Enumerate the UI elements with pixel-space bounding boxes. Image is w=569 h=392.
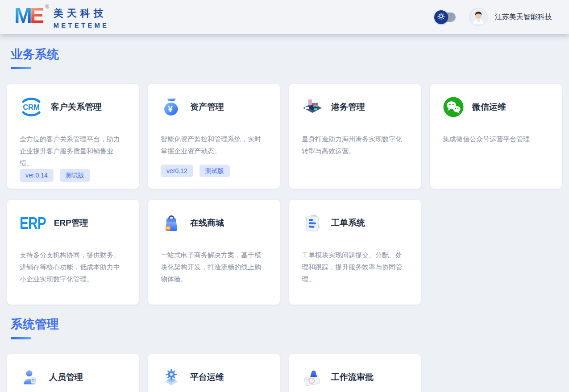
card-title: 平台运维 bbox=[190, 371, 224, 383]
card-description: 集成微信公众号运营平台管理 bbox=[443, 133, 549, 145]
port-icon bbox=[302, 95, 323, 119]
logo-name-en: METETEME bbox=[54, 22, 109, 29]
logo-letter-e: E bbox=[30, 5, 44, 26]
wechat-icon bbox=[443, 95, 464, 119]
person-icon bbox=[20, 366, 41, 389]
documents-icon bbox=[302, 211, 323, 235]
card-badges: ver0.12测试版 bbox=[161, 165, 267, 177]
section-title-system: 系统管理 bbox=[11, 317, 562, 331]
logo-wordmark: 美天科技 METETEME bbox=[54, 7, 109, 29]
app-card[interactable]: 微信运维 集成微信公众号运营平台管理 bbox=[430, 84, 562, 189]
card-divider bbox=[443, 125, 549, 125]
registered-trademark-symbol: ® bbox=[45, 4, 49, 9]
logo-letter-m: M bbox=[14, 5, 32, 26]
card-header: 人员管理 bbox=[20, 366, 126, 389]
user-avatar[interactable] bbox=[469, 8, 488, 26]
stamp-icon bbox=[302, 366, 323, 389]
card-title: 资产管理 bbox=[190, 101, 224, 113]
crm-icon: CRM bbox=[20, 95, 43, 119]
svg-text:CRM: CRM bbox=[23, 103, 40, 111]
app-card[interactable]: CRM 客户关系管理 全方位的客户关系管理平台，助力企业提升客户服务质量和销售业… bbox=[7, 84, 139, 189]
system-cards-grid: 人员管理 平台运维 工作流审 bbox=[7, 354, 562, 392]
card-title: 工作流审批 bbox=[331, 371, 374, 383]
card-header: 工单系统 bbox=[302, 211, 408, 235]
card-title: 在线商城 bbox=[190, 217, 224, 229]
logo-me-mark: M E ® bbox=[14, 5, 49, 26]
card-title: 工单系统 bbox=[331, 217, 365, 229]
section-system-management: 系统管理 人员管理 平台运维 bbox=[7, 317, 562, 392]
card-description: 支持多分支机构协同，提供财务、进销存等核心功能，低成本助力中小企业实现数字化管理… bbox=[20, 249, 126, 285]
card-title: 人员管理 bbox=[49, 371, 83, 383]
app-card[interactable]: 港务管理 量身打造助力海州港务实现数字化转型与高效运营。 bbox=[289, 84, 421, 189]
card-description: 全方位的客户关系管理平台，助力企业提升客户服务质量和销售业绩。 bbox=[20, 133, 126, 169]
money-bag-icon: ¥ bbox=[161, 95, 182, 119]
card-divider bbox=[302, 125, 408, 125]
card-description: 智能化资产监控和管理系统，实时掌握企业资产动态。 bbox=[161, 133, 267, 157]
app-card[interactable]: 工作流审批 bbox=[289, 354, 421, 392]
app-card[interactable]: ERP ERP管理 支持多分支机构协同，提供财务、进销存等核心功能，低成本助力中… bbox=[7, 200, 139, 305]
card-title: 微信运维 bbox=[472, 101, 506, 113]
app-card[interactable]: 人员管理 bbox=[7, 354, 139, 392]
card-header: 微信运维 bbox=[443, 95, 549, 119]
version-badge: 测试版 bbox=[60, 169, 90, 182]
card-header: 港务管理 bbox=[302, 95, 408, 119]
erp-text-icon: ERP bbox=[20, 211, 46, 235]
card-divider bbox=[20, 125, 126, 125]
business-cards-grid: CRM 客户关系管理 全方位的客户关系管理平台，助力企业提升客户服务质量和销售业… bbox=[7, 84, 562, 305]
version-badge: ver.0.14 bbox=[20, 169, 54, 182]
company-logo: M E ® 美天科技 METETEME bbox=[14, 5, 109, 29]
theme-toggle-knob[interactable] bbox=[434, 10, 448, 24]
main-content: 业务系统 CRM 客户关系管理 全方位的客户关系管理平台，助力企业提升客户服务质… bbox=[0, 34, 569, 392]
section-title-underline bbox=[11, 337, 31, 339]
card-header: 平台运维 bbox=[161, 366, 267, 389]
card-header: 在线商城 bbox=[161, 211, 267, 235]
card-divider bbox=[20, 241, 126, 241]
card-badges: ver.0.14测试版 bbox=[20, 169, 126, 182]
user-company-name[interactable]: 江苏美天智能科技 bbox=[495, 12, 552, 22]
card-title: 港务管理 bbox=[331, 101, 365, 113]
card-header: ¥ 资产管理 bbox=[161, 95, 267, 119]
card-title: ERP管理 bbox=[54, 217, 88, 229]
app-card[interactable]: 工单系统 工单模块实现问题提交、分配、处理和跟踪，提升服务效率与协同管理。 bbox=[289, 200, 421, 305]
svg-text:¥: ¥ bbox=[168, 105, 172, 114]
section-title-underline bbox=[11, 67, 31, 69]
card-title: 客户关系管理 bbox=[51, 101, 102, 113]
header-right-group: 江苏美天智能科技 bbox=[437, 8, 552, 26]
card-divider bbox=[161, 125, 267, 125]
gear-platform-icon bbox=[161, 366, 182, 389]
section-title-business: 业务系统 bbox=[11, 47, 562, 62]
theme-toggle[interactable] bbox=[437, 12, 456, 22]
card-description: 一站式电子商务解决方案，基于模块化架构开发，打造流畅的线上购物体验。 bbox=[161, 249, 267, 285]
app-card[interactable]: ¥ 资产管理 智能化资产监控和管理系统，实时掌握企业资产动态。 ver0.12测… bbox=[148, 84, 280, 189]
app-card[interactable]: 在线商城 一站式电子商务解决方案，基于模块化架构开发，打造流畅的线上购物体验。 bbox=[148, 200, 280, 305]
app-card[interactable]: 平台运维 bbox=[148, 354, 280, 392]
card-header: 工作流审批 bbox=[302, 366, 408, 389]
card-divider bbox=[161, 241, 267, 241]
card-divider bbox=[302, 241, 408, 241]
sun-icon bbox=[437, 12, 445, 22]
version-badge: 测试版 bbox=[199, 165, 230, 177]
logo-name-cn: 美天科技 bbox=[54, 7, 109, 20]
shopping-bag-icon bbox=[161, 211, 182, 235]
card-description: 工单模块实现问题提交、分配、处理和跟踪，提升服务效率与协同管理。 bbox=[302, 249, 408, 285]
section-business-systems: 业务系统 CRM 客户关系管理 全方位的客户关系管理平台，助力企业提升客户服务质… bbox=[7, 47, 562, 305]
card-description: 量身打造助力海州港务实现数字化转型与高效运营。 bbox=[302, 133, 408, 157]
version-badge: ver0.12 bbox=[161, 165, 193, 177]
app-header: M E ® 美天科技 METETEME bbox=[0, 0, 569, 34]
card-header: CRM 客户关系管理 bbox=[20, 95, 126, 119]
card-header: ERP ERP管理 bbox=[20, 211, 126, 235]
